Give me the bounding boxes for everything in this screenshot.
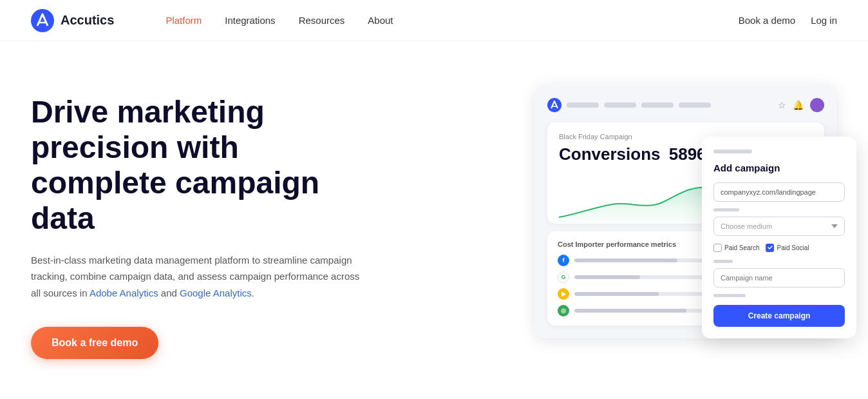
book-demo-link[interactable]: Book a demo xyxy=(739,15,795,26)
hero-section: Drive marketing precision with complete … xyxy=(0,41,868,399)
avatar xyxy=(810,98,824,112)
navbar: Accutics Platform Integrations Resources… xyxy=(0,0,868,41)
ac-top-pill xyxy=(713,150,752,153)
google-bar-fill xyxy=(574,275,640,279)
nav-platform[interactable]: Platform xyxy=(165,15,202,26)
doubleclick-bar-fill xyxy=(574,309,686,313)
url-input[interactable] xyxy=(713,182,845,202)
campaign-name-input[interactable] xyxy=(713,268,845,287)
login-link[interactable]: Log in xyxy=(811,15,837,26)
ac-label-pill-2 xyxy=(713,208,739,211)
topbar-pill-3 xyxy=(641,102,674,108)
star-icon: ☆ xyxy=(778,100,786,110)
topbar-pill-1 xyxy=(567,102,599,108)
google-link[interactable]: Google Analytics xyxy=(180,287,252,298)
facebook-icon: f xyxy=(558,255,569,266)
topbar-pill-2 xyxy=(604,102,636,108)
conversions-number: 5896 xyxy=(669,144,706,164)
paid-social-label: Paid Social xyxy=(777,244,809,251)
dashboard-logo-icon xyxy=(547,98,561,112)
google-icon: G xyxy=(558,271,569,283)
logo[interactable]: Accutics xyxy=(31,9,114,32)
nav-about[interactable]: About xyxy=(368,15,393,26)
topbar-pill-4 xyxy=(679,102,711,108)
nav-links: Platform Integrations Resources About xyxy=(165,15,738,26)
paid-social-checkbox-item[interactable]: Paid Social xyxy=(766,244,809,252)
paid-search-label: Paid Search xyxy=(724,244,759,251)
accutics-logo-icon xyxy=(31,9,54,32)
facebook-bar-fill xyxy=(574,258,677,262)
channel-checkboxes: Paid Search Paid Social xyxy=(713,244,845,252)
bell-icon: 🔔 xyxy=(793,100,804,110)
book-free-demo-button[interactable]: Book a free demo xyxy=(31,327,158,359)
medium-select[interactable]: Choose medium xyxy=(713,217,845,236)
ac-bottom-pill xyxy=(713,294,746,297)
hero-title: Drive marketing precision with complete … xyxy=(31,94,366,237)
conversions-label: Conversions xyxy=(559,144,661,164)
hero-left: Drive marketing precision with complete … xyxy=(31,94,404,359)
create-campaign-button[interactable]: Create campaign xyxy=(713,305,845,327)
nav-right-actions: Book a demo Log in xyxy=(739,15,837,26)
nav-resources[interactable]: Resources xyxy=(299,15,345,26)
dashboard-topbar: ☆ 🔔 xyxy=(547,98,824,112)
add-campaign-title: Add campaign xyxy=(713,162,845,173)
topbar-icons: ☆ 🔔 xyxy=(778,98,824,112)
ac-label-pill-3 xyxy=(713,260,733,263)
paid-search-checkbox-item[interactable]: Paid Search xyxy=(713,244,759,252)
dv360-bar-fill xyxy=(574,292,659,296)
logo-text: Accutics xyxy=(61,13,114,28)
adobe-link[interactable]: Adobe Analytics xyxy=(90,287,158,298)
paid-search-checkbox[interactable] xyxy=(713,244,722,252)
paid-social-checkbox[interactable] xyxy=(766,244,774,252)
add-campaign-card: Add campaign Choose medium Paid Search xyxy=(702,137,856,338)
checkmark-icon xyxy=(768,246,773,249)
svg-point-0 xyxy=(31,9,54,32)
nav-integrations[interactable]: Integrations xyxy=(225,15,275,26)
hero-right: ☆ 🔔 Black Friday Campaign Conversions 58… xyxy=(404,85,837,369)
dv360-icon: ▶ xyxy=(558,288,569,300)
hero-subtitle: Best-in-class marketing data management … xyxy=(31,252,366,302)
doubleclick-icon: ◎ xyxy=(558,305,569,316)
conversions-title: Conversions 5896 xyxy=(559,144,706,164)
svg-point-1 xyxy=(547,98,561,112)
